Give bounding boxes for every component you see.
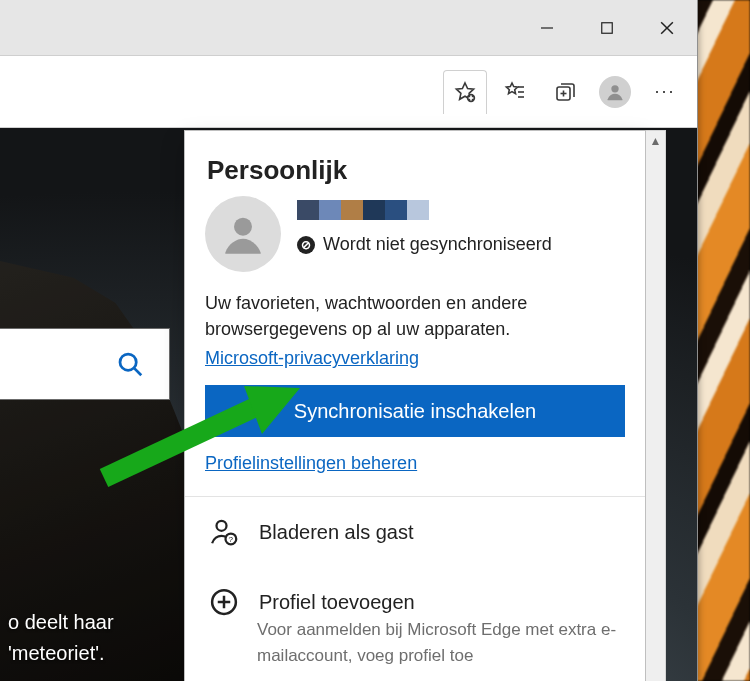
sync-status-text: Wordt niet gesynchroniseerd [323,234,552,255]
flyout-scrollbar[interactable]: ▲ [646,130,666,681]
search-icon [115,349,145,379]
avatar [205,196,281,272]
window-titlebar [0,0,697,56]
window-minimize-button[interactable] [517,0,577,56]
add-favorite-button[interactable] [443,70,487,114]
svg-rect-1 [602,22,613,33]
window-close-button[interactable] [637,0,697,56]
svg-point-17 [217,521,227,531]
profile-name-redacted [297,200,552,220]
sync-description: Uw favorieten, wachtwoorden en andere br… [205,290,625,342]
guest-icon: ? [207,515,241,549]
browse-as-guest-item[interactable]: ? Bladeren als gast [205,497,625,567]
caption-line: 'meteoriet'. [8,638,114,669]
settings-and-more-button[interactable]: ··· [643,81,687,102]
collections-button[interactable] [543,70,587,114]
page-search-box[interactable] [0,328,170,400]
sync-status: ⊘ Wordt niet gesynchroniseerd [297,234,552,255]
svg-line-15 [134,368,141,375]
privacy-link[interactable]: Microsoft-privacyverklaring [205,348,419,369]
browser-window: ··· o deelt haar 'meteoriet'. Persoonlij… [0,0,698,681]
svg-point-14 [120,354,136,370]
svg-point-13 [611,85,618,92]
window-maximize-button[interactable] [577,0,637,56]
add-profile-description: Voor aanmelden bij Microsoft Edge met ex… [257,617,625,676]
sync-disabled-icon: ⊘ [297,236,315,254]
svg-point-16 [234,218,252,236]
plus-circle-icon [207,585,241,619]
svg-text:?: ? [229,536,234,545]
profile-row: ⊘ Wordt niet gesynchroniseerd [205,196,625,272]
scroll-up-arrow[interactable]: ▲ [646,131,665,151]
browser-toolbar: ··· [0,56,697,128]
page-caption: o deelt haar 'meteoriet'. [8,607,114,669]
profile-flyout: Persoonlijk ⊘ Wordt niet gesynchroniseer… [184,130,646,681]
scroll-track[interactable] [646,151,665,681]
caption-line: o deelt haar [8,607,114,638]
enable-sync-button[interactable]: Synchronisatie inschakelen [205,385,625,437]
manage-profile-link[interactable]: Profielinstellingen beheren [205,453,417,474]
profile-button[interactable] [593,70,637,114]
menu-item-label: Bladeren als gast [259,521,414,544]
person-icon [218,209,268,259]
favorites-button[interactable] [493,70,537,114]
menu-item-label: Profiel toevoegen [259,591,415,614]
flyout-title: Persoonlijk [207,155,625,186]
